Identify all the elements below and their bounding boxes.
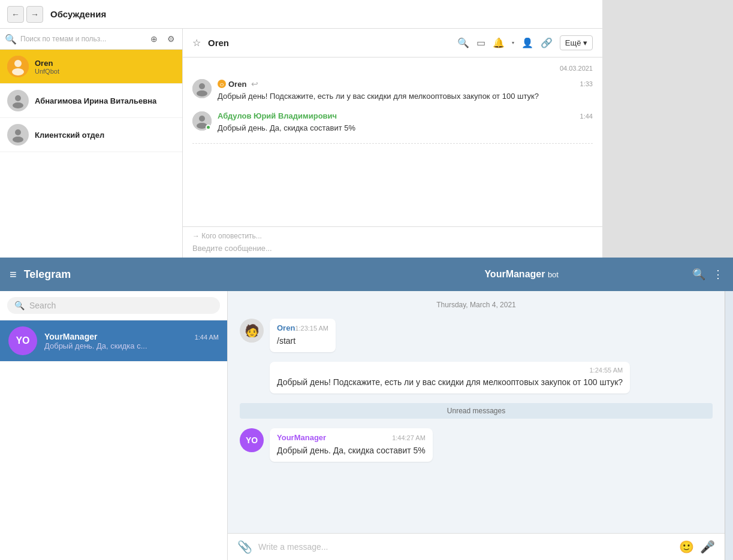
tg-msg-sender: Oren (277, 323, 295, 332)
tg-msg-timestamp: 1:24:55 AM (590, 367, 623, 374)
tg-msg-bubble: Oren 1:23:15 AM /start (270, 319, 336, 352)
forward-button[interactable]: → (26, 6, 43, 23)
tg-contact-list: YO YourManager 1:44 AM Добрый день. Да, … (0, 320, 227, 560)
crm-msg-time: 1:44 (580, 113, 593, 120)
tg-contact-name: YourManager (44, 332, 97, 341)
tg-avatar: YO (8, 326, 37, 355)
crm-messages: 04.03.2021 O Oren ↩ 1:33 (183, 57, 602, 226)
tg-search-wrap: 🔍 (0, 291, 227, 320)
crm-avatar (7, 90, 29, 111)
reply-icon[interactable]: ↩ (251, 79, 258, 89)
crm-contact-info: Абнагимова Ирина Витальевна (35, 96, 175, 105)
tg-body: 🔍 YO YourManager 1:44 AM Добрый день. Да… (0, 291, 733, 560)
tg-brand: Telegram (24, 268, 351, 281)
tg-date-divider: Thursday, March 4, 2021 (240, 301, 713, 309)
nav-buttons: ← → (7, 6, 43, 23)
crm-notify-line: → Кого оповестить... (192, 232, 593, 240)
tg-msg-timestamp: 1:44:27 AM (392, 434, 426, 441)
settings-icon[interactable]: ⚙ (164, 32, 177, 46)
tg-messages: Thursday, March 4, 2021 🧑 Oren 1:23:15 A… (228, 291, 725, 533)
crm-input-area: → Кого оповестить... Введите сообщение..… (183, 226, 602, 258)
tg-chat: Thursday, March 4, 2021 🧑 Oren 1:23:15 A… (228, 291, 725, 560)
crm-search-bar: 🔍 ⊕ ⚙ (0, 29, 182, 50)
emoji-icon[interactable]: 🙂 (679, 540, 694, 554)
crm-contact-item[interactable]: Oren UnfQbot (0, 50, 182, 84)
tg-msg-sender: YourManager (277, 433, 326, 442)
back-button[interactable]: ← (7, 6, 24, 23)
crm-msg-content: O Oren ↩ 1:33 Добрый день! Подскажите, е… (218, 79, 593, 102)
svg-point-1 (14, 60, 22, 67)
tg-contact-item[interactable]: YO YourManager 1:44 AM Добрый день. Да, … (0, 320, 227, 362)
crm-msg-avatar (192, 79, 212, 98)
person-icon[interactable]: 👤 (521, 37, 533, 49)
crm-msg-header: Абдулов Юрий Владимирович 1:44 (218, 111, 593, 120)
crm-contact-info: Клиентский отдел (35, 131, 175, 140)
crm-msg-text: Добрый день. Да, скидка составит 5% (218, 123, 593, 134)
crm-contact-name: Абнагимова Ирина Витальевна (35, 96, 175, 105)
tg-chat-name: YourManager bot (484, 269, 559, 279)
crm-sidebar: 🔍 ⊕ ⚙ Oren UnfQbot (0, 29, 183, 258)
tg-scrollbar[interactable] (725, 291, 733, 560)
tg-search-icon[interactable]: 🔍 (692, 268, 705, 281)
crm-message: O Oren ↩ 1:33 Добрый день! Подскажите, е… (192, 79, 593, 102)
crm-msg-content: Абдулов Юрий Владимирович 1:44 Добрый де… (218, 111, 593, 134)
mic-icon[interactable]: 🎤 (700, 540, 715, 554)
tg-msg-name-row: 1:24:55 AM (277, 367, 623, 374)
tg-message: YO YourManager 1:44:27 AM Добрый день. Д… (240, 428, 713, 462)
search-chat-icon[interactable]: 🔍 (457, 37, 469, 49)
svg-point-2 (12, 68, 24, 75)
svg-point-5 (13, 102, 23, 108)
tg-more-icon[interactable]: ⋮ (713, 268, 723, 281)
tg-message-input[interactable] (258, 542, 673, 552)
tg-msg-text: Добрый день. Да, скидка составит 5% (277, 444, 426, 457)
tg-msg-avatar: 🧑 (240, 319, 264, 343)
crm-contact-item[interactable]: Абнагимова Ирина Витальевна (0, 84, 182, 118)
crm-separator (192, 143, 593, 144)
crm-search-input[interactable] (20, 35, 144, 43)
svg-point-8 (13, 137, 23, 143)
bell-icon[interactable]: 🔔 (493, 37, 505, 49)
tg-msg-name-row: Oren 1:23:15 AM (277, 323, 328, 332)
tg-msg-text: Добрый день! Подскажите, есть ли у вас с… (277, 376, 623, 389)
add-discussion-button[interactable]: ⊕ (147, 32, 161, 46)
tg-contact-preview: Добрый день. Да, скидка с... (44, 341, 219, 350)
crm-title-bar: ← → Обсуждения (0, 0, 602, 29)
tg-header: ≡ Telegram YourManager bot 🔍 ⋮ (0, 258, 733, 291)
crm-contact-info: Oren UnfQbot (35, 59, 175, 75)
tg-contact-info: YourManager 1:44 AM Добрый день. Да, ски… (44, 332, 219, 350)
crm-msg-avatar (192, 111, 212, 131)
svg-point-15 (199, 116, 205, 122)
hamburger-icon[interactable]: ≡ (10, 268, 17, 281)
attach-icon[interactable]: 📎 (237, 540, 252, 554)
crm-date-divider: 04.03.2021 (192, 65, 593, 72)
crm-avatar (7, 124, 29, 146)
video-icon[interactable]: ▭ (476, 37, 485, 49)
svg-text:O: O (220, 82, 224, 87)
crm-contact-name: Клиентский отдел (35, 131, 175, 140)
tg-message: 1:24:55 AM Добрый день! Подскажите, есть… (240, 362, 713, 393)
tg-msg-name-row: YourManager 1:44:27 AM (277, 433, 426, 442)
crm-chat-title: Oren (208, 38, 450, 48)
tg-search-box: 🔍 (7, 297, 220, 314)
crm-message-placeholder[interactable]: Введите сообщение... (192, 244, 593, 253)
crm-panel: ← → Обсуждения 🔍 ⊕ ⚙ Oren (0, 0, 602, 258)
tg-chat-title-wrap: YourManager bot (358, 269, 685, 280)
notify-placeholder: → Кого оповестить... (192, 232, 262, 240)
more-button[interactable]: Ещё ▾ (560, 35, 593, 50)
crm-contact-item[interactable]: Клиентский отдел (0, 118, 182, 152)
tg-search-input[interactable] (29, 301, 213, 310)
tg-input-bar: 📎 🙂 🎤 (228, 533, 725, 560)
tg-message: 🧑 Oren 1:23:15 AM /start (240, 319, 713, 352)
tg-msg-bubble: 1:24:55 AM Добрый день! Подскажите, есть… (270, 362, 630, 393)
tg-msg-avatar: YO (240, 428, 264, 452)
crm-avatar (7, 56, 29, 77)
crm-msg-sender-name: Oren (228, 80, 246, 89)
crm-msg-header: O Oren ↩ 1:33 (218, 79, 593, 89)
tg-msg-bubble: YourManager 1:44:27 AM Добрый день. Да, … (270, 428, 433, 462)
link-icon[interactable]: 🔗 (541, 37, 553, 49)
star-icon[interactable]: ☆ (192, 37, 201, 49)
crm-msg-sender-name: Абдулов Юрий Владимирович (218, 111, 337, 120)
crm-msg-text: Добрый день! Подскажите, есть ли у вас с… (218, 91, 593, 102)
svg-point-11 (197, 90, 207, 96)
svg-point-10 (199, 83, 205, 89)
